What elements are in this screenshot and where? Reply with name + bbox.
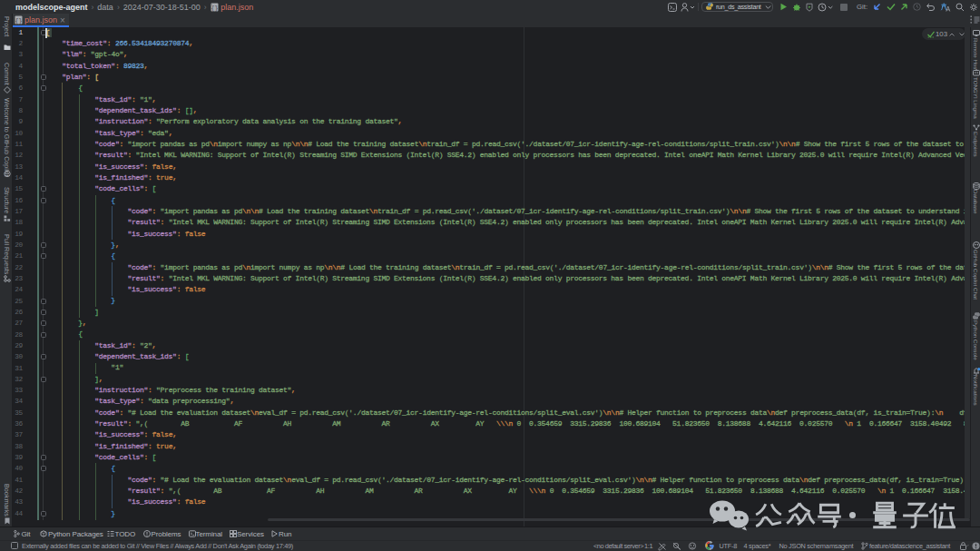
svg-text:{}: {}: [15, 18, 23, 25]
svg-text:{}: {}: [211, 5, 218, 12]
